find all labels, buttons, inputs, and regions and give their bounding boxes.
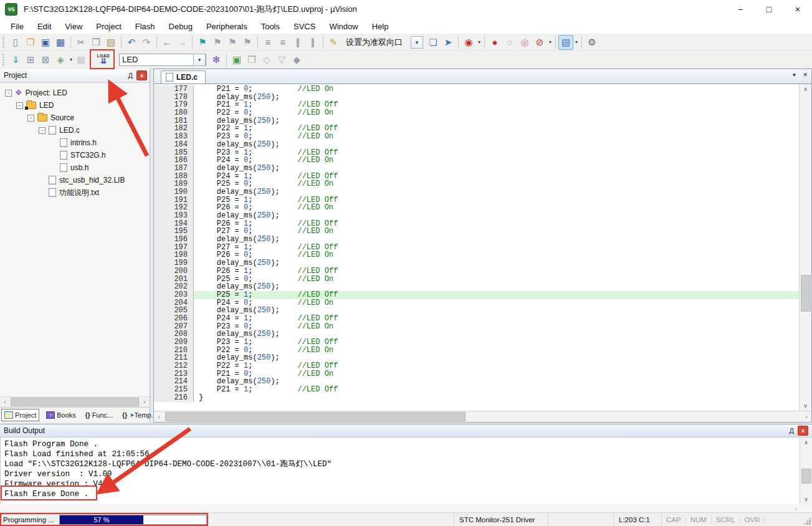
bookmark-next-icon[interactable]: ⚑ <box>210 35 225 50</box>
close-editor-icon[interactable]: ✕ <box>803 72 808 78</box>
menu-svcs[interactable]: SVCS <box>287 19 322 34</box>
comment-selection-icon[interactable]: ∥ <box>290 35 305 50</box>
scroll-down-icon[interactable]: ∨ <box>800 494 812 504</box>
scroll-up-icon[interactable]: ∧ <box>800 438 812 447</box>
diamond-icon[interactable]: ◇ <box>259 52 274 67</box>
menu-window[interactable]: Window <box>322 19 365 34</box>
code-line-190[interactable]: 190 delay_ms(250); <box>154 188 799 196</box>
bookmark-clear-icon[interactable]: ⚑ <box>240 35 255 50</box>
chevron-down-icon[interactable]: ▾ <box>193 54 206 66</box>
breakpoint-disabled-icon[interactable]: ○ <box>502 35 517 50</box>
code-line-199[interactable]: 199 delay_ms(250); <box>154 259 799 267</box>
scroll-down-icon[interactable]: ∨ <box>800 401 811 411</box>
tree-item-stc-usb-hid-32-lib[interactable]: stc_usb_hid_32.LIB <box>0 174 150 186</box>
menu-view[interactable]: View <box>58 19 89 34</box>
build-output-close-icon[interactable]: x <box>798 426 808 436</box>
redo-icon[interactable]: ↷ <box>139 35 154 50</box>
menu-project[interactable]: Project <box>89 19 128 34</box>
funnel-icon[interactable]: ▽ <box>274 52 289 67</box>
cut-icon[interactable]: ✂ <box>74 35 88 50</box>
configure-tools-icon[interactable]: ⚙ <box>585 35 599 50</box>
pin-icon[interactable]: Д <box>790 427 794 434</box>
code-line-206[interactable]: 206 P24 = 1; //LED Off <box>154 315 799 323</box>
code-line-180[interactable]: 180 P22 = 0; //LED On <box>154 109 799 117</box>
code-line-177[interactable]: 177 P21 = 0; //LED On <box>154 85 799 93</box>
scroll-left-icon[interactable]: ‹ <box>0 397 10 407</box>
run-to-cursor-icon[interactable]: ➤ <box>441 35 456 50</box>
port-mode-combobox[interactable]: 设置为准双向口▾ <box>343 36 423 49</box>
build-hscrollbar[interactable]: › <box>0 504 812 512</box>
code-line-203[interactable]: 203 P25 = 1; //LED Off <box>154 291 799 299</box>
batch-build-icon[interactable]: ◈ <box>53 52 68 67</box>
code-editor[interactable]: 177 P21 = 0; //LED On178 delay_ms(250); … <box>154 84 799 411</box>
collapse-icon[interactable]: - <box>39 127 45 134</box>
breakpoint-kill-all-icon[interactable]: ⊘ <box>532 35 547 50</box>
navigate-back-icon[interactable]: ← <box>160 35 174 50</box>
tree-item-stc32g-h[interactable]: STC32G.h <box>0 149 150 161</box>
project-hscrollbar[interactable]: ‹ › <box>0 396 150 407</box>
breakpoint-enable-all-icon[interactable]: ◎ <box>517 35 532 50</box>
code-line-184[interactable]: 184 delay_ms(250); <box>154 141 799 149</box>
scroll-up-icon[interactable]: ∧ <box>800 84 811 94</box>
editor-hscrollbar[interactable]: ‹ › <box>154 411 811 422</box>
translate-icon[interactable]: ⇓ <box>8 52 23 67</box>
code-line-216[interactable]: 216} <box>154 394 799 402</box>
download-load-button[interactable]: LOAD⇊ <box>93 52 113 68</box>
edit-config-icon[interactable]: ✎ <box>326 35 341 50</box>
workspace-tab-project[interactable]: Project <box>1 409 39 421</box>
collapse-icon[interactable]: - <box>16 102 23 109</box>
editor-vscrollbar[interactable]: ∧ ∨ <box>799 84 811 411</box>
tree-item-led[interactable]: -LED <box>0 99 150 112</box>
tree-item-led-c[interactable]: -LED.c <box>0 124 150 136</box>
workspace-tab-books[interactable]: ?Books <box>44 409 79 421</box>
save-icon[interactable]: ▣ <box>38 35 53 50</box>
collapse-icon[interactable]: - <box>27 115 34 122</box>
code-line-212[interactable]: 212 P22 = 1; //LED Off <box>154 362 799 370</box>
collapse-icon[interactable]: - <box>5 90 12 97</box>
minimize-button[interactable]: − <box>726 0 755 19</box>
windows-stack-icon[interactable]: ❐ <box>244 52 259 67</box>
pin-icon[interactable]: Д <box>128 72 133 79</box>
paste-icon[interactable]: ▨ <box>103 35 118 50</box>
navigate-forward-icon[interactable]: → <box>174 35 189 50</box>
code-line-200[interactable]: 200 P26 = 1; //LED Off <box>154 267 799 275</box>
find-in-files-icon[interactable]: ❏ <box>426 35 441 50</box>
menu-file[interactable]: File <box>4 19 31 34</box>
dropdown-icon[interactable]: ▾ <box>69 57 74 62</box>
indent-icon[interactable]: ≡ <box>260 35 275 50</box>
code-line-215[interactable]: 215 P21 = 1; //LED Off <box>154 386 799 394</box>
breakpoint-icon[interactable]: ● <box>487 35 502 50</box>
toolbar-grip[interactable] <box>2 37 4 48</box>
menu-debug[interactable]: Debug <box>162 19 199 34</box>
tree-item-intrins-h[interactable]: intrins.h <box>0 136 150 149</box>
target-options-icon[interactable]: ✻ <box>209 52 224 67</box>
undo-icon[interactable]: ↶ <box>124 35 139 50</box>
tab-led-c[interactable]: LED.c <box>161 70 206 84</box>
stop-build-icon[interactable]: ▦ <box>74 52 88 67</box>
copy-icon[interactable]: ❐ <box>88 35 103 50</box>
tree-item-usb-h[interactable]: usb.h <box>0 161 150 174</box>
menu-peripherals[interactable]: Peripherals <box>199 19 254 34</box>
workspace-tab-func[interactable]: {}Func... <box>83 409 115 421</box>
save-all-icon[interactable]: ▦ <box>53 35 68 50</box>
dropdown-icon[interactable]: ▾ <box>574 39 579 45</box>
editor-vscroll-thumb[interactable] <box>801 275 811 312</box>
window-layout-icon[interactable]: ▤ <box>558 35 573 50</box>
chevron-down-icon[interactable]: ▾ <box>411 36 423 49</box>
menu-edit[interactable]: Edit <box>31 19 58 34</box>
build-vscrollbar[interactable]: ∧ ∨ <box>800 438 812 504</box>
bookmark-prev-icon[interactable]: ⚑ <box>225 35 240 50</box>
maximize-button[interactable]: □ <box>755 0 783 19</box>
open-folder-icon[interactable]: ❒ <box>23 35 38 50</box>
manage-components-icon[interactable]: ▣ <box>229 52 244 67</box>
build-vscroll-thumb[interactable] <box>801 469 811 484</box>
menu-flash[interactable]: Flash <box>128 19 162 34</box>
code-line-209[interactable]: 209 P23 = 1; //LED Off <box>154 338 799 347</box>
project-close-icon[interactable]: x <box>136 70 147 80</box>
scroll-right-icon[interactable]: › <box>140 397 150 407</box>
scroll-right-icon[interactable]: › <box>795 505 797 512</box>
close-button[interactable]: × <box>783 0 812 19</box>
code-line-202[interactable]: 202 delay_ms(250); <box>154 283 799 291</box>
build-icon[interactable]: ⊞ <box>23 52 38 67</box>
new-file-icon[interactable]: ▯ <box>8 35 23 50</box>
